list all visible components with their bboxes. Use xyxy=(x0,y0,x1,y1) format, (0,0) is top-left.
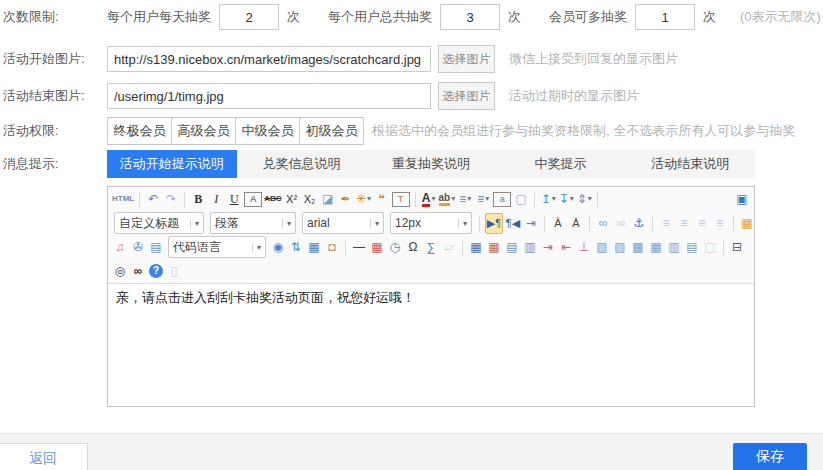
start-image-pick-button[interactable]: 选择图片 xyxy=(438,45,495,73)
font-family-select[interactable]: arial▾ xyxy=(302,212,384,234)
superscript-icon[interactable]: X² xyxy=(284,190,300,209)
member-group-button-3[interactable]: 初级会员 xyxy=(299,118,363,144)
start-image-input[interactable] xyxy=(107,46,431,72)
daily-draw-input[interactable] xyxy=(219,4,279,30)
fullscreen-icon[interactable]: ▣ xyxy=(734,190,750,209)
total-draw-input[interactable] xyxy=(440,4,500,30)
font-color-icon[interactable]: A▾ xyxy=(421,190,437,209)
format-brush-icon[interactable]: ✒ xyxy=(338,190,354,209)
paste-text-icon[interactable]: T xyxy=(392,190,410,209)
insert-code-icon[interactable]: ◉ xyxy=(270,238,286,257)
align-justify-icon: ≡ xyxy=(712,214,728,233)
message-tab-2[interactable]: 重复抽奖说明 xyxy=(366,150,496,178)
message-tab-1[interactable]: 兑奖信息说明 xyxy=(237,150,367,178)
code-language-select[interactable]: 代码语言▾ xyxy=(168,236,266,258)
limits-label: 次数限制: xyxy=(3,8,107,26)
indent-icon[interactable]: ⇥ xyxy=(523,214,539,233)
uppercase-icon[interactable]: Â xyxy=(550,214,566,233)
redo-icon[interactable]: ↷ xyxy=(163,190,179,209)
insert-frame-icon[interactable]: ▦ xyxy=(306,238,322,257)
anchor-icon[interactable]: ⚓ xyxy=(631,214,647,233)
toolbar-separator xyxy=(733,216,734,231)
italic-icon[interactable]: I xyxy=(208,190,224,209)
message-tab-4[interactable]: 活动结束说明 xyxy=(625,150,755,178)
message-tab-3[interactable]: 中奖提示 xyxy=(496,150,626,178)
horizontal-rule-icon[interactable]: — xyxy=(351,238,367,257)
line-height-icon[interactable]: ⇕▾ xyxy=(576,190,592,209)
message-tab-0[interactable]: 活动开始提示说明 xyxy=(107,150,237,178)
editor-content[interactable]: 亲，请点击进入刮刮卡抽奖活动页面，祝您好运哦！ xyxy=(108,284,754,406)
insert-row-icon[interactable]: ⇥ xyxy=(540,238,556,257)
member-group-button-1[interactable]: 高级会员 xyxy=(171,118,235,144)
editor-toolbar-row-2: 自定义标题▾段落▾arial▾12px▾▶¶¶◀⇥ÂǍ∞∞⚓≡≡≡≡▦✍☺❖▶ xyxy=(108,211,754,235)
link-icon[interactable]: ∞ xyxy=(595,214,611,233)
insert-image-icon[interactable]: ▦ xyxy=(739,214,754,233)
blockquote-icon[interactable]: ❝ xyxy=(374,190,390,209)
bordered-text-icon[interactable]: A xyxy=(244,190,262,209)
toolbar-separator xyxy=(544,216,545,231)
insert-date-icon[interactable]: ▦ xyxy=(369,238,385,257)
anchor-chip-icon[interactable]: a xyxy=(493,190,511,209)
message-tabs: 活动开始提示说明兑奖信息说明重复抽奖说明中奖提示活动结束说明 xyxy=(107,150,755,178)
html-source-icon[interactable]: HTML xyxy=(112,190,134,209)
member-group-button-2[interactable]: 中级会员 xyxy=(235,118,299,144)
bold-icon[interactable]: B xyxy=(190,190,206,209)
eraser-icon[interactable]: ◪ xyxy=(320,190,336,209)
merge-down-icon[interactable]: ▩ xyxy=(630,238,646,257)
editor-toolbar-row-4: ◎∞?▯ xyxy=(108,259,754,283)
member-extra-draw-input[interactable] xyxy=(635,4,695,30)
special-chars-icon[interactable]: Ω xyxy=(405,238,421,257)
bullet-list-icon[interactable]: ≡▾ xyxy=(475,190,491,209)
split-col-icon[interactable]: ▤ xyxy=(684,238,700,257)
toolbar-separator xyxy=(462,240,463,255)
style-select[interactable]: 自定义标题▾ xyxy=(114,212,204,234)
delete-row-icon[interactable]: ⊥ xyxy=(576,238,592,257)
strikethrough-icon[interactable]: ABC xyxy=(264,190,281,209)
find-replace-icon[interactable]: ∞ xyxy=(130,262,146,281)
delete-table-icon[interactable]: ▦ xyxy=(486,238,502,257)
insert-time-icon[interactable]: ◷ xyxy=(387,238,403,257)
formula-icon[interactable]: ∑ xyxy=(423,238,439,257)
merge-right-icon[interactable]: ▨ xyxy=(612,238,628,257)
auto-typeset-icon[interactable]: ✳▾ xyxy=(356,190,372,209)
ordered-list-icon[interactable]: ≡▾ xyxy=(457,190,473,209)
toolbar-separator xyxy=(479,216,480,231)
insert-col-icon[interactable]: ⇤ xyxy=(558,238,574,257)
para-space-before-icon[interactable]: ↥▾ xyxy=(540,190,556,209)
permissions-label: 活动权限: xyxy=(3,122,107,140)
toolbar-separator xyxy=(184,192,185,207)
split-cell-icon[interactable]: ▦ xyxy=(648,238,664,257)
insert-table-icon[interactable]: ▦ xyxy=(468,238,484,257)
toolbar-separator xyxy=(723,240,724,255)
underline-icon[interactable]: U xyxy=(226,190,242,209)
end-image-pick-button[interactable]: 选择图片 xyxy=(438,82,495,110)
rtl-paragraph-icon[interactable]: ¶◀ xyxy=(505,214,521,233)
table-title-icon[interactable]: ▤ xyxy=(504,238,520,257)
unlink-icon: ∞ xyxy=(613,214,629,233)
ltr-paragraph-icon[interactable]: ▶¶ xyxy=(485,213,503,234)
para-space-after-icon[interactable]: ↧▾ xyxy=(558,190,574,209)
paragraph-select[interactable]: 段落▾ xyxy=(210,212,296,234)
subscript-icon[interactable]: X₂ xyxy=(302,190,318,209)
blank-doc-icon[interactable]: ▢ xyxy=(513,190,529,209)
table-cell-icon[interactable]: ▥ xyxy=(522,238,538,257)
back-button[interactable]: 返回 xyxy=(0,443,88,470)
end-image-input[interactable] xyxy=(107,83,431,109)
end-image-label: 活动结束图片: xyxy=(3,87,107,105)
insert-music-icon[interactable]: ♫ xyxy=(112,238,128,257)
split-row-icon[interactable]: ▥ xyxy=(666,238,682,257)
attachment-icon[interactable]: ✇ xyxy=(130,238,146,257)
help-icon[interactable]: ? xyxy=(148,262,164,281)
insert-doc-icon[interactable]: ▤ xyxy=(148,238,164,257)
baidu-app-icon[interactable]: ◘ xyxy=(324,238,340,257)
image-transfer-icon[interactable]: ⇅ xyxy=(288,238,304,257)
merge-cells-icon[interactable]: ▧ xyxy=(594,238,610,257)
highlight-color-icon[interactable]: ab▾ xyxy=(439,190,456,209)
lowercase-icon[interactable]: Ǎ xyxy=(568,214,584,233)
font-size-select[interactable]: 12px▾ xyxy=(390,212,472,234)
print-icon[interactable]: ⊟ xyxy=(729,238,745,257)
save-button[interactable]: 保存 xyxy=(733,443,807,470)
member-group-button-0[interactable]: 终极会员 xyxy=(108,118,171,144)
preview-icon[interactable]: ◎ xyxy=(112,262,128,281)
undo-icon[interactable]: ↶ xyxy=(145,190,161,209)
